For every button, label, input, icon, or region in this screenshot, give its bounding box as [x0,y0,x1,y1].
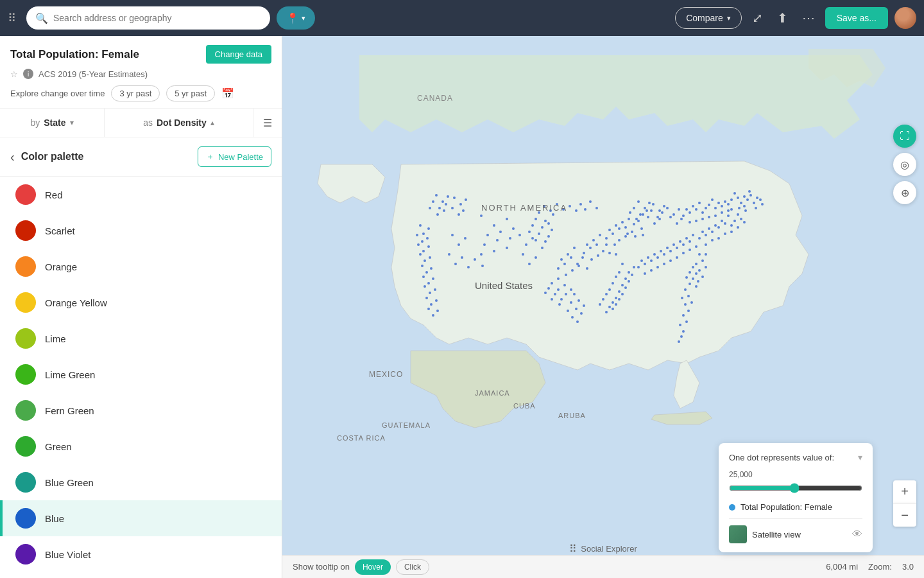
location-button[interactable]: 📍 ▾ [277,6,315,30]
svg-point-302 [605,311,608,313]
eye-off-icon[interactable]: 👁 [852,529,862,540]
search-bar[interactable]: 🔍 [26,6,270,30]
more-icon[interactable]: ⋯ [798,6,819,30]
search-input[interactable] [53,13,261,23]
palette-item[interactable]: Blue Green [0,464,282,500]
palette-item[interactable]: Scarlet [0,213,282,249]
svg-point-131 [605,237,608,240]
svg-point-86 [637,266,640,268]
svg-point-43 [733,220,736,222]
compare-chevron: ▾ [727,14,731,22]
svg-point-225 [464,237,466,240]
new-palette-label: New Palette [218,152,263,162]
zoom-in-button[interactable]: + [893,480,916,504]
palette-item[interactable]: Orange Yellow [0,285,282,320]
palette-header: ‹ Color palette ＋ New Palette [0,137,282,177]
click-button[interactable]: Click [396,559,429,575]
svg-point-74 [663,253,665,256]
svg-point-110 [685,320,688,323]
svg-point-109 [682,314,685,317]
svg-point-254 [635,218,638,220]
svg-point-197 [429,292,431,294]
search-icon: 🔍 [35,12,48,24]
svg-point-314 [459,203,462,206]
canada-label: Canada [417,94,453,103]
export-icon[interactable]: ⬆ [773,6,792,30]
dot-density-slider[interactable] [729,483,862,493]
svg-point-39 [689,221,691,223]
svg-point-24 [721,211,723,214]
color-name: Orange [45,261,77,272]
favorite-icon[interactable]: ☆ [10,69,18,79]
palette-item[interactable]: Lime [0,320,282,356]
svg-point-247 [637,200,640,203]
info-icon[interactable]: i [23,69,33,79]
color-name: Fern Green [45,405,94,416]
svg-point-153 [571,269,574,272]
svg-point-73 [666,247,669,249]
view-menu-button[interactable]: ☰ [253,109,282,137]
svg-point-140 [589,247,592,249]
calendar-icon[interactable]: 📅 [221,87,234,100]
palette-item[interactable]: Fern Green [0,392,282,428]
color-name: Lime [45,333,66,344]
hamburger-icon: ☰ [263,117,272,129]
screen-icon-button[interactable]: ⛶ [893,125,916,148]
dot-panel-collapse-icon[interactable]: ▾ [858,452,862,462]
svg-point-138 [602,250,604,252]
grid-icon[interactable]: ⠿ [8,11,16,25]
svg-point-4 [740,202,742,204]
svg-point-298 [602,298,604,301]
zoom-out-button[interactable]: − [893,504,916,527]
svg-point-282 [633,266,635,268]
hover-button[interactable]: Hover [355,559,391,575]
avatar[interactable] [894,7,916,29]
svg-point-215 [493,250,495,252]
svg-point-171 [583,304,585,307]
compass-icon-button[interactable]: ⊕ [893,181,916,204]
compare-button[interactable]: Compare ▾ [675,7,742,29]
svg-point-272 [595,207,598,209]
svg-point-106 [681,297,683,299]
change-data-button[interactable]: Change data [206,45,271,64]
tooltip-toggle: Show tooltip on Hover Click [293,559,429,575]
svg-point-88 [698,253,701,256]
svg-point-90 [705,253,707,256]
svg-point-11 [738,207,740,209]
svg-point-152 [563,263,566,265]
5yr-button[interactable]: 5 yr past [166,85,215,101]
palette-item[interactable]: Blue Violet [0,536,282,572]
color-swatch [15,220,36,241]
palette-item[interactable]: Lime Green [0,356,282,392]
svg-point-231 [481,265,484,267]
svg-point-200 [430,303,432,306]
view-by-button[interactable]: by State ▾ [0,109,105,137]
share-icon[interactable]: ⤢ [748,6,767,30]
target-icon-button[interactable]: ◎ [893,153,916,176]
palette-back-button[interactable]: ‹ Color palette [10,150,83,164]
save-button[interactable]: Save as... [825,7,888,29]
svg-point-40 [737,213,739,216]
svg-point-191 [425,271,428,274]
svg-point-139 [592,239,595,241]
svg-point-310 [429,207,431,209]
svg-point-290 [618,290,620,293]
svg-point-204 [436,310,439,312]
svg-point-127 [615,224,617,227]
color-swatch [15,400,36,421]
view-as-button[interactable]: as Dot Density ▴ [105,109,253,137]
svg-point-15 [733,192,736,195]
3yr-button[interactable]: 3 yr past [111,85,160,101]
svg-point-219 [531,237,534,240]
palette-item[interactable]: Red [0,177,282,213]
svg-point-307 [432,200,434,203]
palette-item[interactable]: Green [0,428,282,464]
svg-point-18 [730,208,733,211]
palette-item[interactable]: Blue [0,500,282,536]
new-palette-button[interactable]: ＋ New Palette [198,146,271,167]
map-container[interactable]: Canada NORTH AMERICA United States Mexic… [282,36,924,578]
svg-point-253 [629,211,631,214]
cuba-label: Cuba [513,402,536,410]
palette-item[interactable]: Orange [0,249,282,285]
svg-point-274 [579,203,582,206]
